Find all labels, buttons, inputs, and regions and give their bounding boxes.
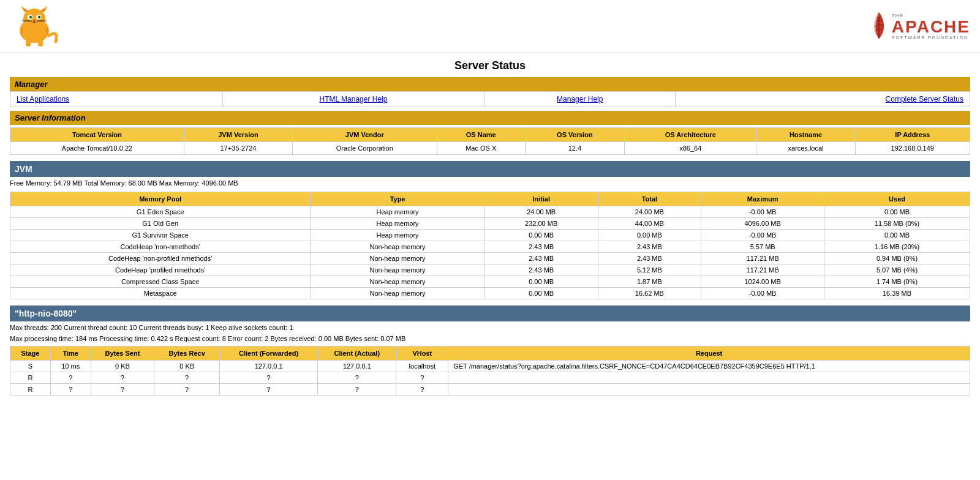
apache-sub-label: SOFTWARE FOUNDATION <box>892 36 970 40</box>
pool-data-row: MetaspaceNon-heap memory0.00 MB16.62 MB-… <box>10 288 970 299</box>
complete-server-status-link[interactable]: Complete Server Status <box>886 95 963 103</box>
pool-data-row: Compressed Class SpaceNon-heap memory0.0… <box>10 276 970 288</box>
jvm-vendor-value: Oracle Corporation <box>292 142 437 155</box>
col-tomcat-version: Tomcat Version <box>10 128 184 142</box>
col-os-name: OS Name <box>437 128 525 142</box>
req-cell: ? <box>154 372 220 384</box>
req-data-row: R?????? <box>10 384 970 396</box>
col-vhost: VHost <box>396 347 448 361</box>
pool-cell: 1.16 MB (20%) <box>824 241 970 253</box>
jvm-section: JVM Free Memory: 54.79 MB Total Memory: … <box>10 161 970 299</box>
pool-cell: CodeHeap 'non-nmethods' <box>10 241 311 253</box>
pool-cell: 5.57 MB <box>701 241 824 253</box>
col-os-version: OS Version <box>525 128 624 142</box>
http-section: "http-nio-8080" Max threads: 200 Current… <box>10 306 970 396</box>
pool-cell: -0.00 MB <box>701 288 824 299</box>
req-cell: ? <box>396 372 448 384</box>
pool-cell: 1.74 MB (0%) <box>824 276 970 288</box>
col-os-arch: OS Architecture <box>625 128 756 142</box>
pool-cell: 0.00 MB <box>824 230 970 241</box>
pool-cell: G1 Old Gen <box>10 218 311 230</box>
req-cell: ? <box>220 384 318 396</box>
pool-cell: 2.43 MB <box>484 264 598 276</box>
jvm-header: JVM <box>10 161 970 177</box>
pool-cell: CodeHeap 'non-profiled nmethods' <box>10 253 311 264</box>
req-cell: 127.0.0.1 <box>318 361 396 372</box>
pool-cell: 2.43 MB <box>598 241 701 253</box>
jvm-free-memory: Free Memory: 54.79 MB Total Memory: 68.0… <box>10 177 970 189</box>
apache-name-label: APACHE <box>892 18 970 36</box>
req-cell: ? <box>91 384 154 396</box>
col-time: Time <box>50 347 91 361</box>
col-initial: Initial <box>484 192 598 206</box>
server-info-header: Server Information <box>10 111 970 125</box>
col-bytes-sent: Bytes Sent <box>91 347 154 361</box>
col-total: Total <box>598 192 701 206</box>
apache-text: THE APACHE SOFTWARE FOUNDATION <box>892 13 970 40</box>
pool-cell: 2.43 MB <box>484 253 598 264</box>
pool-data-row: CodeHeap 'non-nmethods'Non-heap memory2.… <box>10 241 970 253</box>
page-title: Server Status <box>10 53 970 77</box>
pool-cell: 0.00 MB <box>484 288 598 299</box>
apache-feather-icon <box>870 11 888 42</box>
html-manager-help-cell: HTML Manager Help <box>222 92 484 107</box>
memory-pool-table: Memory Pool Type Initial Total Maximum U… <box>10 192 970 299</box>
col-jvm-vendor: JVM Vendor <box>292 128 437 142</box>
req-cell: ? <box>91 372 154 384</box>
pool-data-row: CodeHeap 'non-profiled nmethods'Non-heap… <box>10 253 970 264</box>
manager-nav-table: List Applications HTML Manager Help Mana… <box>10 91 970 107</box>
os-arch-value: x86_64 <box>625 142 756 155</box>
pool-header-row: Memory Pool Type Initial Total Maximum U… <box>10 192 970 206</box>
pool-cell: 2.43 MB <box>598 253 701 264</box>
tomcat-logo-icon <box>10 5 59 48</box>
req-cell: ? <box>318 372 396 384</box>
pool-data-row: G1 Survivor SpaceHeap memory0.00 MB0.00 … <box>10 230 970 241</box>
pool-cell: 16.39 MB <box>824 288 970 299</box>
jvm-version-value: 17+35-2724 <box>184 142 293 155</box>
pool-cell: 117.21 MB <box>701 253 824 264</box>
pool-cell: 117.21 MB <box>701 264 824 276</box>
col-ip-address: IP Address <box>855 128 970 142</box>
req-cell: ? <box>396 384 448 396</box>
col-type: Type <box>311 192 484 206</box>
list-applications-link[interactable]: List Applications <box>17 95 69 103</box>
svg-rect-18 <box>38 39 43 47</box>
pool-cell: Metaspace <box>10 288 311 299</box>
pool-cell: 11.58 MB (0%) <box>824 218 970 230</box>
pool-cell: Non-heap memory <box>311 264 484 276</box>
pool-data-row: G1 Eden SpaceHeap memory24.00 MB24.00 MB… <box>10 206 970 218</box>
pool-cell: 5.07 MB (4%) <box>824 264 970 276</box>
col-hostname: Hostname <box>756 128 855 142</box>
req-cell: 0 KB <box>91 361 154 372</box>
pool-cell: 0.00 MB <box>484 230 598 241</box>
req-data-row: R?????? <box>10 372 970 384</box>
pool-cell: 1.87 MB <box>598 276 701 288</box>
req-cell: ? <box>220 372 318 384</box>
req-cell: 0 KB <box>154 361 220 372</box>
pool-cell: 0.00 MB <box>824 206 970 218</box>
manager-help-link[interactable]: Manager Help <box>557 95 603 103</box>
req-cell: ? <box>50 384 91 396</box>
pool-cell: -0.00 MB <box>701 206 824 218</box>
pool-cell: Non-heap memory <box>311 241 484 253</box>
pool-cell: Compressed Class Space <box>10 276 311 288</box>
req-cell <box>448 372 970 384</box>
req-cell: ? <box>154 384 220 396</box>
requests-table: Stage Time Bytes Sent Bytes Recv Client … <box>10 346 970 396</box>
pool-cell: G1 Survivor Space <box>10 230 311 241</box>
pool-cell: 0.00 MB <box>598 230 701 241</box>
pool-cell: 16.62 MB <box>598 288 701 299</box>
html-manager-help-link[interactable]: HTML Manager Help <box>319 95 387 103</box>
req-cell: 127.0.0.1 <box>220 361 318 372</box>
req-cell: S <box>10 361 51 372</box>
os-version-value: 12.4 <box>525 142 624 155</box>
manager-section: Manager List Applications HTML Manager H… <box>10 77 970 107</box>
req-cell: 10 ms <box>50 361 91 372</box>
pool-data-row: G1 Old GenHeap memory232.00 MB44.00 MB40… <box>10 218 970 230</box>
complete-server-status-cell: Complete Server Status <box>676 92 970 107</box>
pool-cell: 232.00 MB <box>484 218 598 230</box>
col-used: Used <box>824 192 970 206</box>
col-bytes-recv: Bytes Recv <box>154 347 220 361</box>
pool-cell: Heap memory <box>311 218 484 230</box>
pool-cell: Non-heap memory <box>311 288 484 299</box>
